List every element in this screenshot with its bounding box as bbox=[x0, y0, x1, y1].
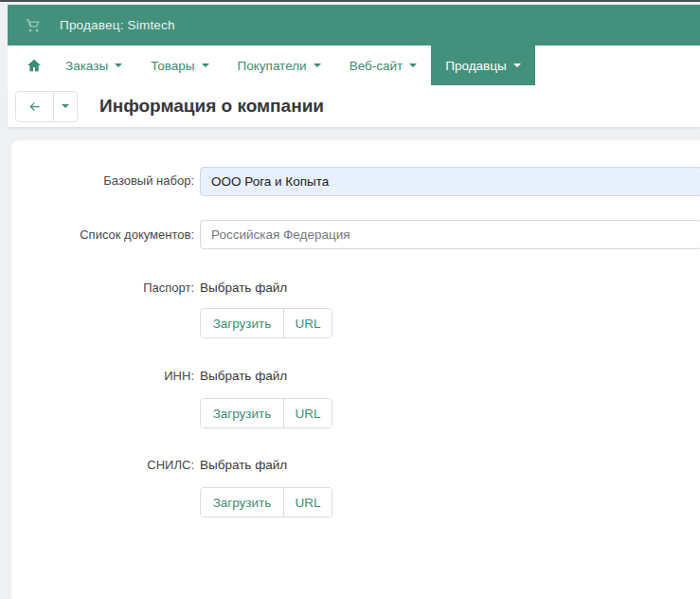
back-button[interactable] bbox=[16, 92, 54, 121]
inn-upload-button[interactable]: Загрузить bbox=[201, 399, 284, 427]
doc-list-label: Список документов: bbox=[11, 220, 194, 249]
snils-upload-button[interactable]: Загрузить bbox=[201, 488, 284, 517]
doc-list-input[interactable] bbox=[200, 220, 700, 249]
page-title: Информация о компании bbox=[99, 96, 324, 117]
snils-label: СНИЛС: bbox=[11, 456, 194, 475]
passport-label: Паспорт: bbox=[11, 279, 194, 298]
nav-item-label: Заказы bbox=[65, 59, 108, 73]
arrow-left-icon bbox=[27, 100, 42, 114]
chevron-down-icon bbox=[115, 64, 122, 67]
passport-file-buttons: Загрузить URL bbox=[200, 308, 332, 338]
nav-item-label: Покупатели bbox=[238, 59, 307, 73]
company-info-form: Базовый набор: Список документов: Паспор… bbox=[11, 140, 700, 599]
snils-url-button[interactable]: URL bbox=[284, 488, 332, 517]
base-set-input[interactable] bbox=[200, 167, 700, 196]
seller-label: Продавец: Simtech bbox=[60, 18, 175, 32]
inn-url-button[interactable]: URL bbox=[284, 399, 332, 427]
window-top-edge bbox=[0, 0, 700, 2]
nav-item-products[interactable]: Товары bbox=[136, 45, 223, 85]
base-set-label: Базовый набор: bbox=[11, 167, 194, 195]
inn-file-buttons: Загрузить URL bbox=[200, 398, 332, 428]
home-icon bbox=[27, 58, 42, 73]
nav-item-website[interactable]: Веб-сайт bbox=[335, 45, 432, 85]
snils-choose-file-text: Выбрать файл bbox=[200, 456, 287, 475]
nav-item-orders[interactable]: Заказы bbox=[51, 45, 136, 85]
page-title-bar: Информация о компании bbox=[8, 85, 700, 127]
main-nav: Заказы Товары Покупатели Веб-сайт Продав… bbox=[8, 45, 700, 85]
nav-item-label: Продавцы bbox=[445, 59, 506, 73]
snils-file-buttons: Загрузить URL bbox=[200, 487, 332, 517]
nav-item-label: Веб-сайт bbox=[350, 59, 404, 73]
back-split-button bbox=[15, 91, 78, 122]
chevron-down-icon bbox=[62, 104, 69, 108]
inn-label: ИНН: bbox=[11, 367, 194, 386]
passport-choose-file-text: Выбрать файл bbox=[200, 279, 287, 298]
chevron-down-icon bbox=[202, 64, 209, 67]
nav-item-label: Товары bbox=[151, 59, 194, 73]
chevron-down-icon bbox=[409, 64, 417, 67]
chevron-down-icon bbox=[314, 64, 321, 67]
chevron-down-icon bbox=[513, 64, 521, 67]
admin-topbar: Продавец: Simtech bbox=[8, 5, 700, 45]
nav-item-customers[interactable]: Покупатели bbox=[224, 45, 335, 85]
nav-item-vendors[interactable]: Продавцы bbox=[431, 45, 534, 85]
home-button[interactable] bbox=[27, 45, 42, 85]
passport-url-button[interactable]: URL bbox=[284, 309, 332, 337]
passport-upload-button[interactable]: Загрузить bbox=[201, 309, 284, 337]
back-dropdown-button[interactable] bbox=[54, 92, 77, 121]
inn-choose-file-text: Выбрать файл bbox=[200, 367, 287, 386]
cart-icon bbox=[26, 17, 42, 33]
